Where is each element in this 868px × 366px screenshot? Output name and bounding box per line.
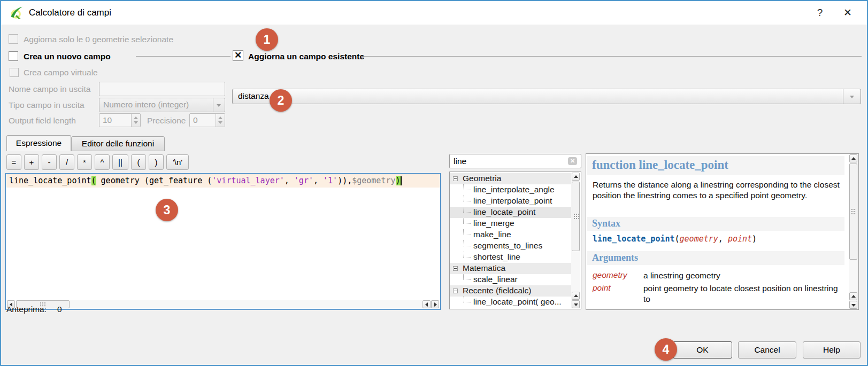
groupbox-line-right	[361, 56, 862, 57]
scroll-up-button[interactable]	[572, 173, 580, 181]
spin-up-icon	[218, 116, 222, 119]
expression-hscrollbar[interactable]	[7, 300, 439, 308]
scroll-up-button-2[interactable]	[849, 292, 857, 300]
tree-connector	[463, 218, 471, 224]
operator-plus-button[interactable]: +	[24, 154, 39, 170]
arrow-up-icon	[851, 295, 856, 298]
argument-name: point	[593, 283, 611, 293]
help-button[interactable]: Help	[803, 341, 861, 359]
operator-divide-button[interactable]: /	[59, 154, 74, 170]
update-existing-checkbox[interactable]: ✕	[233, 50, 243, 61]
annotation-badge-2: 2	[270, 89, 292, 112]
output-name-input	[99, 82, 225, 96]
syntax-close: )	[752, 234, 757, 244]
spinner-arrows	[131, 114, 140, 127]
virtual-field-checkbox	[10, 68, 19, 77]
expr-close-paren: )	[396, 176, 401, 185]
spinner-arrows	[216, 114, 225, 127]
scrollbar-thumb[interactable]	[572, 182, 580, 251]
tree-item-recent-line-locate-point[interactable]: line_locate_point( geo...	[450, 297, 572, 308]
tab-editor-funzioni[interactable]: Editor delle funzioni	[71, 136, 165, 151]
scroll-down-button[interactable]	[849, 301, 857, 309]
tree-item-line-interpolate-point[interactable]: line_interpolate_point	[450, 196, 572, 207]
qgis-logo-icon	[9, 6, 24, 20]
tree-item-make-line[interactable]: make_line	[450, 229, 572, 240]
operator-multiply-button[interactable]: *	[77, 154, 92, 170]
scroll-down-button[interactable]	[572, 300, 580, 308]
function-search-input[interactable]	[449, 154, 581, 168]
collapse-icon[interactable]	[453, 266, 458, 271]
function-help-panel: function line_locate_point Returns the d…	[586, 153, 859, 310]
scroll-up-button[interactable]	[849, 154, 857, 162]
cancel-button[interactable]: Cancel	[738, 341, 796, 359]
expr-sep2: ,	[313, 176, 323, 185]
expr-string-2: 'gr'	[294, 176, 313, 185]
collapse-icon[interactable]	[453, 289, 458, 293]
tree-connector	[463, 252, 471, 258]
output-name-label: Nome campo in uscita	[9, 84, 90, 94]
help-vscrollbar[interactable]	[849, 154, 858, 309]
annotation-badge-1: 1	[256, 28, 278, 51]
function-tree[interactable]: Geometria line_interpolate_angle line_in…	[449, 172, 581, 309]
tree-item-scale-linear[interactable]: scale_linear	[450, 274, 572, 285]
combo-arrow-area[interactable]	[843, 89, 861, 104]
expr-open-paren: (	[91, 176, 96, 185]
scrollbar-thumb[interactable]	[849, 163, 857, 260]
expr-fn: line_locate_point	[9, 176, 91, 185]
tree-item-segments-to-lines[interactable]: segments_to_lines	[450, 240, 572, 252]
operator-open-paren-button[interactable]: (	[131, 154, 146, 170]
expr-mid2: )),	[337, 176, 352, 185]
tree-vscrollbar[interactable]	[571, 173, 580, 308]
expr-variable: $geometry	[352, 176, 395, 185]
operator-minus-button[interactable]: -	[42, 154, 57, 170]
help-arguments-heading: Arguments	[587, 251, 844, 265]
checked-mark-icon: ✕	[233, 51, 243, 60]
expr-string-1: 'virtual_layer'	[212, 176, 284, 185]
operator-equals-button[interactable]: =	[6, 154, 21, 170]
expression-code: line_locate_point( geometry (get_feature…	[9, 176, 402, 185]
operator-newline-button[interactable]: '\n'	[166, 154, 189, 170]
existing-field-combo[interactable]: distanza	[232, 89, 861, 104]
tab-espressione[interactable]: Espressione	[6, 135, 71, 151]
expression-editor[interactable]: line_locate_point( geometry (get_feature…	[5, 173, 441, 310]
spin-up-icon	[134, 116, 138, 119]
collapse-icon[interactable]	[453, 176, 458, 181]
only-selected-checkbox	[9, 34, 18, 44]
combo-arrow-area	[213, 98, 225, 112]
clear-search-icon[interactable]: ✕	[568, 157, 577, 165]
output-length-label: Output field length	[9, 116, 76, 126]
syntax-arg-point: point	[728, 234, 752, 244]
ok-button[interactable]: OK	[673, 341, 732, 359]
scroll-left-button-2[interactable]	[423, 300, 431, 308]
preview-label: Anteprima:	[6, 305, 47, 314]
create-new-field-checkbox[interactable]	[9, 51, 18, 61]
scroll-up-button-2[interactable]	[572, 292, 580, 300]
tree-group-matematica[interactable]: Matematica	[450, 263, 572, 274]
arrow-up-icon	[574, 294, 578, 297]
chevron-down-icon	[217, 104, 221, 107]
argument-name: geometry	[593, 270, 627, 280]
tree-item-shortest-line[interactable]: shortest_line	[450, 252, 572, 263]
tree-item-label: line_interpolate_angle	[473, 185, 555, 194]
argument-description: a linestring geometry	[643, 270, 841, 281]
window-close-button[interactable]: ✕	[835, 1, 861, 25]
tree-connector	[463, 184, 471, 190]
window-help-button[interactable]: ?	[807, 1, 833, 25]
scroll-right-button[interactable]	[431, 300, 439, 308]
operator-power-button[interactable]: ^	[95, 154, 110, 170]
operator-close-paren-button[interactable]: )	[149, 154, 164, 170]
annotation-badge-3: 3	[156, 199, 178, 221]
tree-item-line-merge[interactable]: line_merge	[450, 218, 572, 229]
precision-label: Precisione	[147, 116, 186, 126]
arrow-down-icon	[574, 303, 578, 306]
operator-concat-button[interactable]: ||	[112, 154, 128, 170]
spin-down-icon	[218, 121, 222, 124]
tree-item-line-interpolate-angle[interactable]: line_interpolate_angle	[450, 184, 572, 196]
tree-group-recente-fieldcalc[interactable]: Recente (fieldcalc)	[450, 285, 572, 297]
tree-connector	[463, 240, 471, 246]
syntax-function-name: line_locate_point	[593, 234, 675, 244]
tree-connector	[463, 274, 471, 280]
grip-dots-icon	[851, 208, 856, 215]
tree-item-line-locate-point[interactable]: line_locate_point	[450, 207, 572, 218]
tree-group-geometria[interactable]: Geometria	[450, 173, 572, 184]
